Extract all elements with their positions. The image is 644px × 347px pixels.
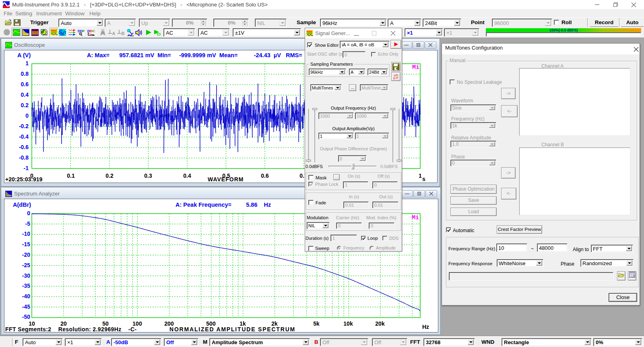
svg-text:DDC: DDC [87,29,95,33]
svg-text:B: B [122,31,125,35]
svg-text:888: 888 [32,30,38,36]
svg-text:DDP: DDP [78,29,85,33]
svg-text:A: A [112,31,116,35]
svg-text:000: 000 [60,33,65,36]
